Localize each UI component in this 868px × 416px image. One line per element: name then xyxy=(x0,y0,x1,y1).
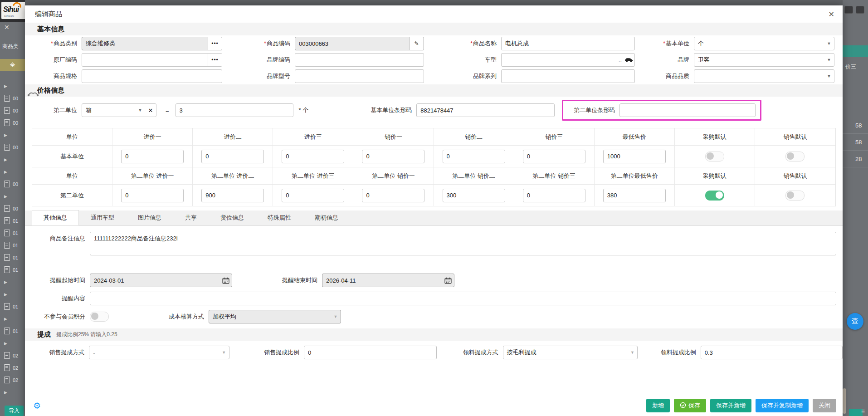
second-sales-default-toggle[interactable] xyxy=(785,191,805,201)
calendar-icon[interactable] xyxy=(442,277,454,284)
factory-code-lookup-button[interactable]: ••• xyxy=(208,54,222,66)
chevron-down-icon[interactable]: ▼ xyxy=(627,350,637,355)
tab-common-models[interactable]: 通用车型 xyxy=(79,210,126,225)
tab-location-info[interactable]: 货位信息 xyxy=(209,210,256,225)
tab-picture-info[interactable]: 图片信息 xyxy=(126,210,173,225)
tree-item[interactable]: 01 xyxy=(0,215,25,227)
tree-item[interactable]: ▶ xyxy=(0,386,25,398)
second-purchase-price-1-input[interactable] xyxy=(121,189,184,202)
brand-code-input[interactable] xyxy=(295,54,424,66)
material-comm-method-select[interactable]: 按毛利提成 ▼ xyxy=(503,346,638,359)
save-and-copy-button[interactable]: 保存并复制新增 xyxy=(756,399,809,412)
tree-item[interactable]: 01 xyxy=(0,239,25,251)
chevron-down-icon[interactable]: ▼ xyxy=(135,108,145,113)
tab-share[interactable]: 共享 xyxy=(173,210,209,225)
car-icon[interactable] xyxy=(623,57,634,63)
edit-pencil-icon[interactable]: ✎ xyxy=(410,37,424,50)
tree-item[interactable]: 01 xyxy=(0,300,25,313)
background-selected-row[interactable]: 全 xyxy=(0,59,25,71)
tree-item[interactable]: 00 xyxy=(0,178,25,190)
second-unit-select[interactable]: 箱 ▼ ✕ xyxy=(82,103,156,117)
tab-other-info[interactable]: 其他信息 xyxy=(32,210,79,225)
second-sale-price-2-input[interactable] xyxy=(443,189,505,202)
tab-special-attrs[interactable]: 特殊属性 xyxy=(256,210,303,225)
gear-icon[interactable]: ⚙ xyxy=(33,401,41,411)
base-sales-default-toggle[interactable] xyxy=(785,152,805,162)
calendar-icon[interactable] xyxy=(220,277,232,284)
name-input[interactable] xyxy=(502,37,634,50)
import-button[interactable]: 导入 xyxy=(5,406,24,416)
tree-item[interactable]: 02 xyxy=(0,362,25,374)
base-min-price-input[interactable] xyxy=(603,150,666,163)
base-purchase-price-1-input[interactable] xyxy=(121,150,184,163)
base-purchase-price-3-input[interactable] xyxy=(282,150,344,163)
brand-model-input[interactable] xyxy=(295,70,424,83)
remind-end-field[interactable] xyxy=(322,274,454,287)
quality-select[interactable]: ▼ xyxy=(694,69,834,83)
close-button[interactable]: 关闭 xyxy=(813,399,836,412)
category-lookup-button[interactable]: ••• xyxy=(208,37,222,50)
chevron-down-icon[interactable]: ▼ xyxy=(824,58,834,62)
conversion-factor-input[interactable] xyxy=(176,104,293,117)
sales-comm-method-select[interactable]: - ▼ xyxy=(89,346,229,359)
save-and-new-button[interactable]: 保存并新增 xyxy=(710,399,751,412)
tab-opening-info[interactable]: 期初信息 xyxy=(303,210,350,225)
base-sale-price-1-input[interactable] xyxy=(362,150,424,163)
second-sale-price-1-input[interactable] xyxy=(362,189,424,202)
tree-item[interactable]: 01 xyxy=(0,264,25,276)
tree-item[interactable]: ▶ xyxy=(0,166,25,178)
tree-item[interactable]: ▶ xyxy=(0,276,25,288)
close-icon[interactable]: ✕ xyxy=(829,10,834,19)
tree-item[interactable]: ▶ xyxy=(0,190,25,202)
brand-select[interactable]: 卫客 ▼ xyxy=(694,53,834,67)
tree-item[interactable]: ▶ xyxy=(0,153,25,166)
header-icon[interactable] xyxy=(856,6,864,14)
scrollbar-thumb[interactable] xyxy=(843,388,846,414)
vehicle-lookup-dots[interactable]: .. xyxy=(619,57,622,64)
second-purchase-default-toggle[interactable] xyxy=(705,191,724,201)
chevron-down-icon[interactable]: ▼ xyxy=(824,41,834,46)
sales-comm-ratio-input[interactable] xyxy=(304,346,436,359)
brand-series-input[interactable] xyxy=(502,70,634,83)
clear-icon[interactable]: ✕ xyxy=(145,107,156,114)
remark-textarea[interactable]: 111111222222商品备注信息232l xyxy=(90,232,836,255)
remind-content-input[interactable] xyxy=(90,292,836,305)
tree-item[interactable]: 00 xyxy=(0,202,25,215)
tree-item[interactable]: 00 xyxy=(0,104,25,117)
second-min-price-input[interactable] xyxy=(603,189,666,202)
code-input[interactable] xyxy=(295,37,410,50)
background-close-icon[interactable]: ✕ xyxy=(4,24,10,31)
tree-item[interactable]: ▶ xyxy=(0,129,25,141)
tree-item[interactable]: 02 xyxy=(0,349,25,362)
tree-item[interactable]: ▶ xyxy=(0,337,25,349)
tree-item[interactable]: ▶ xyxy=(0,313,25,325)
tree-item[interactable]: ▶ xyxy=(0,80,25,92)
save-button[interactable]: 保存 xyxy=(674,399,706,412)
factory-code-input[interactable] xyxy=(82,54,208,66)
material-comm-ratio-input[interactable] xyxy=(701,346,842,359)
second-purchase-price-3-input[interactable] xyxy=(282,189,344,202)
base-purchase-default-toggle[interactable] xyxy=(705,152,724,162)
tree-item[interactable]: 02 xyxy=(0,374,25,386)
second-purchase-price-2-input[interactable] xyxy=(201,189,264,202)
remind-start-input[interactable] xyxy=(90,274,220,287)
second-sale-price-3-input[interactable] xyxy=(523,189,585,202)
tree-item[interactable]: 00 xyxy=(0,117,25,129)
tree-item[interactable]: 00 xyxy=(0,92,25,104)
no-member-points-toggle[interactable] xyxy=(90,312,109,322)
hamburger-icon[interactable]: ≡ xyxy=(861,407,865,415)
tree-item[interactable]: 01 xyxy=(0,227,25,239)
remind-start-field[interactable] xyxy=(90,274,232,287)
base-sale-price-3-input[interactable] xyxy=(523,150,585,163)
tree-item[interactable]: 01 xyxy=(0,251,25,264)
tree-item[interactable]: ▶ xyxy=(0,288,25,300)
base-sale-price-2-input[interactable] xyxy=(443,150,505,163)
query-fab-button[interactable]: 查 xyxy=(847,313,863,330)
tree-item[interactable]: 00 xyxy=(0,141,25,153)
header-icon[interactable] xyxy=(844,6,853,14)
base-unit-select[interactable]: 个 ▼ xyxy=(694,37,834,50)
category-input[interactable] xyxy=(82,37,208,50)
remind-end-input[interactable] xyxy=(322,274,442,287)
spec-input[interactable] xyxy=(82,70,222,83)
add-button[interactable]: 新增 xyxy=(646,399,670,412)
